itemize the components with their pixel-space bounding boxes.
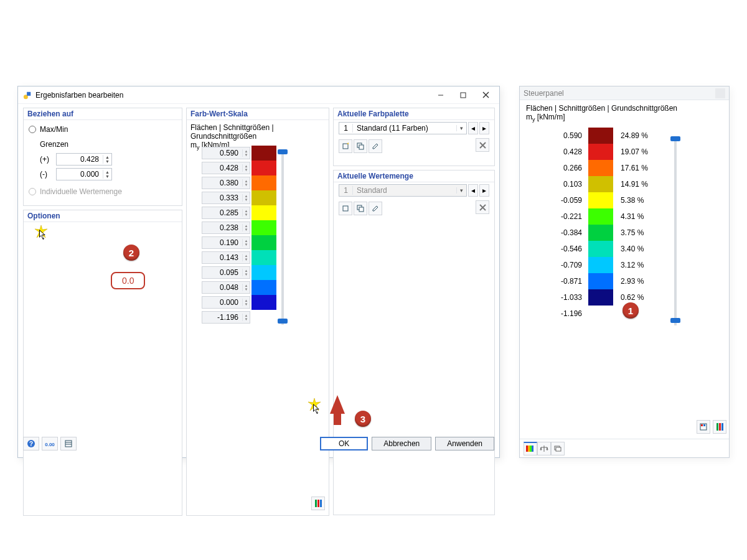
svg-rect-22 xyxy=(65,441,72,447)
svg-rect-30 xyxy=(721,423,723,431)
color-swatch[interactable] xyxy=(251,220,276,235)
palette-new-button[interactable] xyxy=(339,139,352,153)
minimize-button[interactable] xyxy=(430,88,452,102)
scale-value-field[interactable]: 0.143▲▼ xyxy=(202,251,250,264)
panel-tab-balance[interactable] xyxy=(537,442,551,455)
scale-value-field[interactable]: 0.285▲▼ xyxy=(202,207,250,219)
svg-rect-27 xyxy=(703,424,705,426)
svg-rect-1 xyxy=(27,91,31,95)
legend-value: 0.590 xyxy=(545,131,588,140)
minus-value-field[interactable]: 0.000 ▲▼ xyxy=(56,168,112,180)
legend-row: -0.2214.31 % xyxy=(545,208,723,225)
panel-titlebar: Steuerpanel xyxy=(520,86,729,100)
scale-value-field[interactable]: 0.190▲▼ xyxy=(202,236,250,249)
scale-value-field[interactable]: 0.238▲▼ xyxy=(202,222,250,234)
svg-rect-29 xyxy=(719,423,721,431)
apply-button[interactable]: Anwenden xyxy=(435,437,494,450)
help-button[interactable]: ? xyxy=(23,437,39,450)
annotation-box: 0.0 xyxy=(111,272,145,289)
color-swatch[interactable] xyxy=(251,295,276,310)
palette-copy-button[interactable] xyxy=(354,139,367,153)
slider-thumb-bottom[interactable] xyxy=(670,318,680,323)
color-swatch[interactable] xyxy=(251,146,276,161)
legend-row: -0.5463.40 % xyxy=(545,241,723,257)
decimal-button[interactable]: 0.00 xyxy=(42,437,58,450)
panel-range-slider[interactable] xyxy=(674,139,677,325)
palette-delete-button[interactable] xyxy=(476,138,489,152)
plus-value-field[interactable]: 0.428 ▲▼ xyxy=(56,153,112,166)
copy-icon xyxy=(357,205,364,212)
wertemenge-delete-button[interactable] xyxy=(476,200,489,214)
panel-edit-colors-button[interactable] xyxy=(697,420,710,434)
legend-percent: 17.61 % xyxy=(613,164,653,172)
color-swatch[interactable] xyxy=(251,235,276,250)
annotation-2: 2 xyxy=(123,245,139,261)
list-button[interactable] xyxy=(60,437,77,450)
legend-percent: 2.93 % xyxy=(613,277,653,286)
scale-range-slider[interactable] xyxy=(281,152,284,325)
color-swatch[interactable] xyxy=(251,161,276,175)
wertemenge-new-button[interactable] xyxy=(339,202,352,215)
svg-rect-26 xyxy=(701,424,703,426)
panel-sliders-button[interactable] xyxy=(713,420,726,434)
scale-value-field[interactable]: -1.196▲▼ xyxy=(202,311,250,324)
scale-value-field[interactable]: 0.095▲▼ xyxy=(202,266,250,279)
wertemenge-next-button[interactable]: ▸ xyxy=(479,184,489,197)
annotation-1: 1 xyxy=(622,302,639,319)
scale-value-field[interactable]: 0.590▲▼ xyxy=(202,147,250,159)
color-swatch[interactable] xyxy=(251,190,276,205)
panel-tab-colors[interactable] xyxy=(524,442,537,455)
svg-text:?: ? xyxy=(29,441,33,447)
slider-thumb-top[interactable] xyxy=(278,149,288,154)
legend-value: 0.266 xyxy=(545,164,588,172)
palette-combo[interactable]: 1 Standard (11 Farben) ▾ xyxy=(339,122,467,134)
annotation-3: 3 xyxy=(355,411,371,427)
window-title: Ergebnisfarben bearbeiten xyxy=(35,91,430,100)
radio-maxmin[interactable] xyxy=(29,126,36,133)
plus-value: 0.428 xyxy=(57,155,103,164)
color-swatch xyxy=(588,176,613,192)
scale-row: 0.143▲▼ xyxy=(202,250,276,265)
scale-value-field[interactable]: 0.380▲▼ xyxy=(202,177,250,189)
slider-thumb-bottom[interactable] xyxy=(278,319,288,324)
maximize-button[interactable] xyxy=(452,88,474,102)
palette-prev-button[interactable]: ◂ xyxy=(468,122,478,134)
scale-value-field[interactable]: 0.000▲▼ xyxy=(202,296,250,309)
palette-edit-button[interactable] xyxy=(369,139,382,153)
svg-rect-14 xyxy=(343,206,348,211)
panel-tab-layers[interactable] xyxy=(551,442,565,455)
scale-value-field[interactable]: 0.048▲▼ xyxy=(202,281,250,294)
palette-next-button[interactable]: ▸ xyxy=(479,122,489,134)
copy-icon xyxy=(357,142,364,150)
palette-index: 1 xyxy=(339,124,353,133)
scale-settings-button[interactable] xyxy=(311,497,325,510)
legend-percent: 14.91 % xyxy=(613,180,653,189)
wertemenge-index: 1 xyxy=(339,186,353,195)
color-swatch[interactable] xyxy=(251,265,276,280)
close-button[interactable] xyxy=(474,88,497,102)
scale-row: 0.000▲▼ xyxy=(202,295,276,310)
legend-value: -0.384 xyxy=(545,228,588,237)
scale-value-field[interactable]: 0.333▲▼ xyxy=(202,192,250,204)
panel-close-button[interactable] xyxy=(715,88,725,98)
ok-button[interactable]: OK xyxy=(320,437,368,450)
wertemenge-copy-button[interactable] xyxy=(354,202,367,215)
color-swatch[interactable] xyxy=(251,175,276,190)
color-swatch xyxy=(588,225,613,241)
group-optionen: Optionen xyxy=(23,210,182,516)
wertemenge-prev-button[interactable]: ◂ xyxy=(468,184,478,197)
color-swatch[interactable] xyxy=(251,280,276,295)
legend-value: -0.709 xyxy=(545,261,588,269)
cursor-icon xyxy=(39,229,47,240)
color-swatch[interactable] xyxy=(251,205,276,220)
wertemenge-edit-button[interactable] xyxy=(369,202,382,215)
dialog-bottom-bar: ? 0.00 OK Abbrechen Anwenden xyxy=(23,435,494,452)
color-swatch xyxy=(588,241,613,257)
color-swatch xyxy=(588,273,613,289)
scale-value-field[interactable]: 0.428▲▼ xyxy=(202,162,250,174)
cancel-button[interactable]: Abbrechen xyxy=(372,437,431,450)
slider-thumb-top[interactable] xyxy=(670,136,680,141)
color-swatch[interactable] xyxy=(251,250,276,265)
legend-percent: 3.40 % xyxy=(613,245,653,253)
legend-value: -0.546 xyxy=(545,245,588,253)
